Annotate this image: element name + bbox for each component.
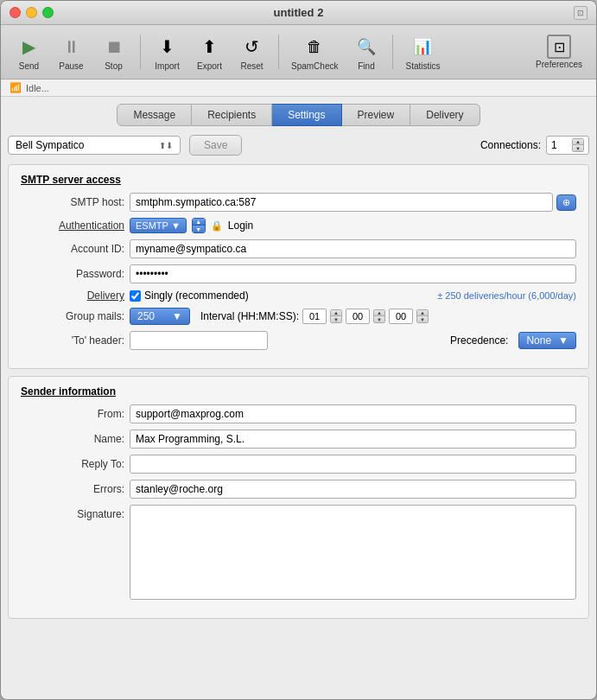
- find-label: Find: [358, 61, 374, 71]
- interval-seconds-up-icon[interactable]: ▲: [417, 310, 428, 316]
- interval-minutes-input[interactable]: [346, 309, 370, 324]
- spamcheck-button[interactable]: 🗑 SpamCheck: [286, 30, 343, 73]
- maximize-button[interactable]: [42, 7, 54, 18]
- errors-row: Errors:: [21, 480, 576, 499]
- sender-section: Sender information From: Name: Reply To:…: [8, 376, 589, 619]
- interval-hours-input[interactable]: [302, 309, 327, 324]
- stop-icon: ⏹: [100, 33, 128, 60]
- interval-minutes-up-icon[interactable]: ▲: [374, 310, 384, 316]
- precedence-label: Precedence:: [450, 334, 508, 347]
- statistics-icon: 📊: [409, 33, 436, 60]
- minimize-button[interactable]: [26, 7, 37, 18]
- titlebar-right: ⊡: [574, 6, 587, 20]
- profile-arrow-icon: ⬆⬇: [159, 141, 173, 150]
- connections-stepper[interactable]: ▲ ▼: [572, 138, 584, 152]
- find-button[interactable]: 🔍 Find: [346, 30, 385, 73]
- pause-button[interactable]: ⏸ Pause: [52, 30, 91, 73]
- resize-icon: ⊡: [574, 6, 587, 20]
- connections-label: Connections:: [480, 139, 541, 151]
- preferences-label: Preferences: [536, 60, 582, 69]
- import-button[interactable]: ⬇ Import: [148, 30, 187, 73]
- signature-input[interactable]: [130, 505, 576, 600]
- interval-seconds-stepper[interactable]: ▲ ▼: [416, 309, 429, 323]
- smtp-host-input[interactable]: [130, 193, 553, 212]
- interval-hours-up-icon[interactable]: ▲: [331, 310, 341, 316]
- interval-label: Interval (HH:MM:SS):: [200, 310, 299, 322]
- delivery-controls: Singly (recommended) ± 250 deliveries/ho…: [130, 290, 576, 302]
- auth-down-icon[interactable]: ▼: [193, 226, 205, 232]
- name-input[interactable]: [130, 430, 576, 449]
- group-interval-controls: 250 ▼ Interval (HH:MM:SS): ▲ ▼ ▲: [130, 308, 576, 325]
- delivery-checkbox[interactable]: [130, 290, 141, 302]
- name-row: Name:: [21, 430, 576, 449]
- toolbar-separator-2: [278, 35, 279, 69]
- send-button[interactable]: ▶ Send: [10, 30, 48, 73]
- save-button[interactable]: Save: [189, 135, 242, 156]
- connections-up-icon[interactable]: ▲: [573, 139, 583, 145]
- close-button[interactable]: [10, 7, 21, 18]
- auth-method-select[interactable]: ESMTP ▼: [130, 218, 187, 233]
- interval-seconds-down-icon[interactable]: ▼: [417, 316, 428, 322]
- password-input[interactable]: [130, 264, 576, 283]
- interval-minutes-stepper[interactable]: ▲ ▼: [373, 309, 385, 323]
- to-header-controls: Precedence: None ▼: [130, 331, 576, 350]
- tab-preview[interactable]: Preview: [342, 104, 411, 126]
- auth-method-arrow-icon: ▼: [171, 220, 181, 231]
- errors-label: Errors:: [21, 483, 124, 495]
- preferences-button[interactable]: ⊡ Preferences: [530, 32, 587, 72]
- statistics-label: Statistics: [405, 61, 440, 71]
- to-header-input[interactable]: [130, 331, 268, 350]
- app-window: untitled 2 ⊡ ▶ Send ⏸ Pause ⏹ Stop ⬇ Imp…: [0, 0, 597, 700]
- precedence-arrow-icon: ▼: [558, 334, 568, 347]
- tab-delivery[interactable]: Delivery: [410, 104, 480, 126]
- send-label: Send: [19, 61, 39, 71]
- group-mails-value: 250: [137, 310, 155, 322]
- smtp-host-label: SMTP host:: [21, 196, 124, 208]
- delivery-checkbox-text: Singly (recommended): [144, 290, 249, 302]
- interval-minutes-down-icon[interactable]: ▼: [374, 316, 384, 322]
- interval-hours-stepper[interactable]: ▲ ▼: [330, 309, 342, 323]
- reset-button[interactable]: ↺ Reset: [232, 30, 271, 73]
- tab-recipients[interactable]: Recipients: [192, 104, 272, 126]
- to-header-row: 'To' header: Precedence: None ▼: [21, 331, 576, 350]
- profile-row: Bell Sympatico ⬆⬇ Save Connections: 1 ▲ …: [8, 135, 589, 156]
- auth-up-icon[interactable]: ▲: [193, 219, 205, 226]
- stop-button[interactable]: ⏹ Stop: [94, 30, 133, 73]
- smtp-section: SMTP server access SMTP host: ⊕ Authenti…: [8, 164, 589, 369]
- pause-icon: ⏸: [58, 33, 86, 60]
- profile-value: Bell Sympatico: [16, 139, 84, 151]
- connections-down-icon[interactable]: ▼: [573, 145, 583, 151]
- smtp-options-button[interactable]: ⊕: [556, 194, 576, 211]
- tab-message[interactable]: Message: [117, 104, 192, 126]
- smtp-host-input-row: ⊕: [130, 193, 576, 212]
- group-mails-select[interactable]: 250 ▼: [130, 308, 190, 325]
- toolbar-separator-1: [140, 35, 141, 69]
- errors-input[interactable]: [130, 480, 576, 499]
- smtp-section-title: SMTP server access: [21, 174, 576, 186]
- delivery-note: ± 250 deliveries/hour (6,000/day): [437, 290, 576, 301]
- lock-icon: 🔒: [211, 220, 223, 232]
- statistics-button[interactable]: 📊 Statistics: [400, 30, 445, 73]
- main-content: Message Recipients Settings Preview Deli…: [1, 97, 596, 633]
- sender-section-title: Sender information: [21, 385, 576, 398]
- password-row: Password:: [21, 264, 576, 283]
- group-mails-label: Group mails:: [21, 310, 124, 322]
- interval-seconds-input[interactable]: [389, 309, 413, 324]
- account-id-input[interactable]: [130, 239, 576, 258]
- connections-input[interactable]: 1 ▲ ▼: [546, 136, 589, 155]
- account-id-row: Account ID:: [21, 239, 576, 258]
- reply-to-input[interactable]: [130, 455, 576, 474]
- delivery-checkbox-label[interactable]: Singly (recommended): [130, 290, 249, 302]
- profile-select[interactable]: Bell Sympatico ⬆⬇: [8, 136, 181, 155]
- to-header-label: 'To' header:: [21, 334, 124, 347]
- reply-to-row: Reply To:: [21, 455, 576, 474]
- reset-label: Reset: [240, 61, 263, 71]
- precedence-select[interactable]: None ▼: [518, 332, 576, 349]
- export-button[interactable]: ⬆ Export: [190, 30, 229, 73]
- tab-settings[interactable]: Settings: [272, 104, 341, 126]
- from-input[interactable]: [130, 404, 576, 423]
- tabs-row: Message Recipients Settings Preview Deli…: [8, 104, 589, 126]
- connections-value: 1: [551, 139, 572, 151]
- auth-stepper[interactable]: ▲ ▼: [192, 218, 206, 233]
- interval-hours-down-icon[interactable]: ▼: [331, 316, 341, 322]
